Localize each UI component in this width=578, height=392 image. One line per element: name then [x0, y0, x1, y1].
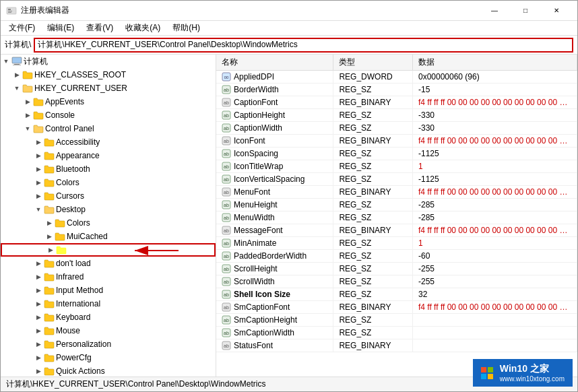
tree-item-input_method[interactable]: ▶ Input Method — [1, 284, 216, 297]
tree-item-current_user[interactable]: ▼ HKEY_CURRENT_USER — [1, 81, 216, 95]
col-name[interactable]: 名称 — [216, 55, 333, 71]
expand-btn-personalization[interactable]: ▶ — [33, 339, 44, 350]
table-row[interactable]: abShell Icon SizeREG_SZ32 — [216, 288, 577, 301]
expand-btn-mouse[interactable]: ▶ — [33, 325, 44, 336]
reg-name: CaptionWidth — [234, 123, 282, 133]
table-row[interactable]: abMenuHeightREG_SZ-285 — [216, 199, 577, 211]
tree-item-personalization[interactable]: ▶ Personalization — [1, 337, 216, 351]
tree-item-quick_actions[interactable]: ▶ Quick Actions — [1, 364, 216, 377]
table-row[interactable]: abMenuWidthREG_SZ-285 — [216, 211, 577, 224]
table-row[interactable]: abIconFontREG_BINARYf4 ff ff ff 00 00 00… — [216, 135, 577, 148]
expand-btn-bluetooth[interactable]: ▶ — [33, 164, 44, 174]
tree-item-bluetooth[interactable]: ▶ Bluetooth — [1, 162, 216, 176]
tree-label-control_panel: Control Panel — [45, 124, 94, 133]
expand-btn-international[interactable]: ▶ — [33, 298, 44, 309]
table-row[interactable]: abCaptionHeightREG_SZ-330 — [216, 109, 577, 122]
expand-btn-current_user[interactable]: ▼ — [11, 83, 22, 94]
tree-item-desktop[interactable]: ▼ Desktop — [1, 203, 216, 216]
watermark: Win10 之家 www.win10xtong.com — [473, 359, 573, 387]
tree-item-international[interactable]: ▶ International — [1, 297, 216, 311]
table-row[interactable]: abIconSpacingREG_SZ-1125 — [216, 148, 577, 160]
reg-name-cell: abStatusFont — [216, 339, 333, 352]
expand-btn-desktop_colors[interactable]: ▶ — [44, 218, 55, 228]
expand-btn-powercfg[interactable]: ▶ — [33, 352, 44, 363]
menu-edit[interactable]: 编辑(E) — [42, 21, 79, 35]
table-row[interactable]: abBorderWidthREG_SZ-15 — [216, 84, 577, 96]
expand-btn-colors[interactable]: ▶ — [33, 177, 44, 188]
tree-item-powercfg[interactable]: ▶ PowerCfg — [1, 351, 216, 364]
menu-help[interactable]: 帮助(H) — [167, 21, 205, 35]
reg-type-cell: REG_BINARY — [333, 135, 413, 148]
tree-item-desktop_colors[interactable]: ▶ Colors — [1, 216, 216, 230]
reg-data-cell: -60 — [412, 250, 577, 263]
expand-btn-dont_load[interactable]: ▶ — [33, 258, 44, 269]
expand-btn-muicached[interactable]: ▶ — [44, 231, 55, 242]
tree-item-muicached[interactable]: ▶ MuiCached — [1, 230, 216, 243]
table-row[interactable]: abScrollWidthREG_SZ-255 — [216, 275, 577, 288]
reg-data-cell: -330 — [412, 122, 577, 135]
table-row[interactable]: abCaptionWidthREG_SZ-330 — [216, 122, 577, 135]
tree-item-cursors[interactable]: ▶ Cursors — [1, 189, 216, 203]
expand-btn-cursors[interactable]: ▶ — [33, 191, 44, 201]
expand-btn-appevents[interactable]: ▶ — [22, 96, 33, 107]
tree-item-keyboard[interactable]: ▶ Keyboard — [1, 311, 216, 324]
expand-btn-windowmetrics[interactable]: ▶ — [45, 244, 56, 255]
reg-type-cell: REG_SZ — [333, 211, 413, 224]
tree-item-control_panel[interactable]: ▼ Control Panel — [1, 122, 216, 135]
tree-item-appearance[interactable]: ▶ Appearance — [1, 149, 216, 162]
tree-item-infrared[interactable]: ▶ Infrared — [1, 270, 216, 284]
expand-btn-console[interactable]: ▶ — [22, 110, 33, 121]
table-row[interactable]: abSmCaptionFontREG_BINARYf4 ff ff ff 00 … — [216, 301, 577, 314]
table-row[interactable]: abPaddedBorderWidthREG_SZ-60 — [216, 250, 577, 263]
tree-label-windowmetrics: WindowMetrics — [68, 245, 123, 255]
table-row[interactable]: abIconTitleWrapREG_SZ1 — [216, 160, 577, 173]
tree-item-colors[interactable]: ▶ Colors — [1, 176, 216, 189]
table-row[interactable]: abStatusFontREG_BINARY — [216, 339, 577, 352]
expand-btn-infrared[interactable]: ▶ — [33, 271, 44, 282]
svg-text:ab: ab — [224, 203, 229, 207]
expand-btn-keyboard[interactable]: ▶ — [33, 312, 44, 323]
expand-btn-accessibility[interactable]: ▶ — [33, 137, 44, 148]
col-data[interactable]: 数据 — [412, 55, 577, 71]
tree-label-mouse: Mouse — [56, 326, 80, 335]
table-row[interactable]: abIconVerticalSpacingREG_SZ-1125 — [216, 173, 577, 186]
watermark-text: Win10 之家 www.win10xtong.com — [500, 363, 565, 383]
table-row[interactable]: 00AppliedDPIREG_DWORD0x00000060 (96) — [216, 71, 577, 84]
reg-name: AppliedDPI — [234, 72, 274, 81]
maximize-button[interactable]: □ — [510, 1, 541, 21]
reg-name: CaptionFont — [234, 98, 278, 107]
expand-btn-quick_actions[interactable]: ▶ — [33, 366, 44, 377]
expand-btn-control_panel[interactable]: ▼ — [22, 123, 33, 134]
table-row[interactable]: abSmCaptionWidthREG_SZ — [216, 327, 577, 339]
table-row[interactable]: abSmCaptionHeightREG_SZ — [216, 314, 577, 327]
menu-favorites[interactable]: 收藏夹(A) — [120, 21, 166, 35]
tree-item-appevents[interactable]: ▶ AppEvents — [1, 95, 216, 108]
tree-item-dont_load[interactable]: ▶ don't load — [1, 257, 216, 270]
expand-btn-input_method[interactable]: ▶ — [33, 285, 44, 296]
table-row[interactable]: abMessageFontREG_BINARYf4 ff ff ff 00 00… — [216, 224, 577, 237]
tree-item-windowmetrics[interactable]: ▶ WindowMetrics — [1, 243, 216, 257]
minimize-button[interactable]: — — [479, 1, 510, 21]
tree-item-computer[interactable]: ▼ 计算机 — [1, 55, 216, 68]
tree-item-mouse[interactable]: ▶ Mouse — [1, 324, 216, 337]
table-row[interactable]: abScrollHeightREG_SZ-255 — [216, 263, 577, 275]
tree-item-accessibility[interactable]: ▶ Accessibility — [1, 135, 216, 149]
table-row[interactable]: abMinAnimateREG_SZ1 — [216, 237, 577, 250]
expand-btn-appearance[interactable]: ▶ — [33, 150, 44, 161]
menu-view[interactable]: 查看(V) — [81, 21, 119, 35]
watermark-line1: Win10 之家 — [500, 363, 549, 375]
tree-item-classes_root[interactable]: ▶ HKEY_CLASSES_ROOT — [1, 68, 216, 81]
table-row[interactable]: abCaptionFontREG_BINARYf4 ff ff ff 00 00… — [216, 96, 577, 109]
folder-icon-colors — [44, 177, 55, 188]
menu-file[interactable]: 文件(F) — [3, 21, 40, 35]
reg-name: StatusFont — [234, 341, 273, 350]
table-row[interactable]: abMenuFontREG_BINARYf4 ff ff ff 00 00 00… — [216, 186, 577, 199]
expand-btn-classes_root[interactable]: ▶ — [11, 69, 22, 80]
tree-item-console[interactable]: ▶ Console — [1, 108, 216, 122]
expand-btn-desktop[interactable]: ▼ — [33, 204, 44, 215]
title-bar: 注册表编辑器 — □ ✕ — [1, 1, 577, 21]
close-button[interactable]: ✕ — [541, 1, 572, 21]
col-type[interactable]: 类型 — [333, 55, 413, 71]
address-input[interactable] — [34, 38, 573, 53]
expand-btn-computer[interactable]: ▼ — [1, 56, 11, 67]
